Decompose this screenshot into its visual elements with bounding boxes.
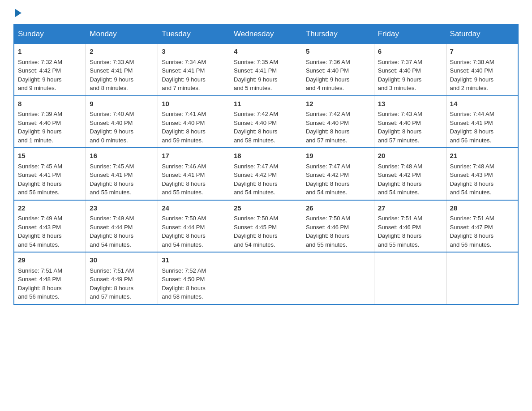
sunrise-text: Sunrise: 7:41 AM [162, 111, 206, 117]
sunset-text: Sunset: 4:48 PM [18, 276, 61, 283]
daylight-detail: and 58 minutes. [234, 137, 275, 144]
day-number: 15 [18, 151, 82, 161]
sunrise-text: Sunrise: 7:47 AM [306, 163, 350, 170]
calendar-cell [302, 252, 374, 304]
sunset-text: Sunset: 4:44 PM [162, 224, 205, 231]
daylight-detail: and 8 minutes. [90, 85, 128, 91]
daylight-detail: and 55 minutes. [306, 241, 348, 248]
sunrise-text: Sunrise: 7:42 AM [306, 111, 350, 117]
sunrise-text: Sunrise: 7:45 AM [90, 163, 134, 170]
daylight-detail: and 57 minutes. [378, 137, 420, 144]
sunrise-text: Sunrise: 7:51 AM [90, 267, 134, 274]
logo-chevron-icon [15, 9, 21, 17]
sunset-text: Sunset: 4:40 PM [234, 120, 277, 126]
calendar-cell: 10 Sunrise: 7:41 AM Sunset: 4:40 PM Dayl… [158, 96, 230, 148]
daylight-label: Daylight: 8 hours [234, 128, 278, 135]
sunset-text: Sunset: 4:41 PM [90, 171, 133, 178]
sunrise-text: Sunrise: 7:51 AM [18, 267, 62, 274]
daylight-label: Daylight: 9 hours [234, 76, 278, 83]
daylight-detail: and 55 minutes. [378, 241, 420, 248]
day-header-friday: Friday [374, 25, 446, 43]
page-header [13, 9, 519, 15]
daylight-detail: and 59 minutes. [162, 137, 203, 144]
day-number: 27 [378, 203, 442, 214]
daylight-label: Daylight: 9 hours [450, 76, 494, 83]
logo [13, 9, 21, 15]
sunset-text: Sunset: 4:41 PM [162, 67, 205, 74]
daylight-label: Daylight: 9 hours [90, 76, 133, 83]
sunrise-text: Sunrise: 7:44 AM [450, 111, 494, 117]
daylight-label: Daylight: 9 hours [306, 76, 350, 83]
calendar-cell: 19 Sunrise: 7:47 AM Sunset: 4:42 PM Dayl… [302, 148, 374, 200]
daylight-label: Daylight: 8 hours [162, 128, 206, 135]
sunrise-text: Sunrise: 7:51 AM [378, 215, 422, 222]
sunset-text: Sunset: 4:41 PM [234, 67, 277, 74]
daylight-detail: and 1 minute. [18, 137, 53, 144]
sunset-text: Sunset: 4:41 PM [450, 120, 493, 126]
daylight-label: Daylight: 8 hours [450, 180, 494, 187]
calendar-cell: 24 Sunrise: 7:50 AM Sunset: 4:44 PM Dayl… [158, 200, 230, 253]
daylight-detail: and 0 minutes. [90, 137, 128, 144]
daylight-label: Daylight: 9 hours [378, 76, 422, 83]
daylight-label: Daylight: 8 hours [90, 285, 133, 291]
day-number: 3 [162, 47, 226, 57]
calendar-cell: 16 Sunrise: 7:45 AM Sunset: 4:41 PM Dayl… [86, 148, 158, 200]
calendar-week-row: 15 Sunrise: 7:45 AM Sunset: 4:41 PM Dayl… [14, 148, 518, 200]
day-number: 6 [378, 47, 442, 57]
day-number: 28 [450, 203, 514, 214]
sunset-text: Sunset: 4:43 PM [18, 224, 61, 231]
day-number: 31 [162, 255, 226, 265]
day-number: 7 [450, 47, 514, 57]
day-number: 16 [90, 151, 154, 161]
daylight-detail: and 54 minutes. [450, 189, 492, 196]
calendar-cell: 22 Sunrise: 7:49 AM Sunset: 4:43 PM Dayl… [14, 200, 86, 253]
sunset-text: Sunset: 4:45 PM [234, 224, 277, 231]
sunrise-text: Sunrise: 7:49 AM [90, 215, 134, 222]
calendar-cell: 13 Sunrise: 7:43 AM Sunset: 4:40 PM Dayl… [374, 96, 446, 148]
daylight-detail: and 55 minutes. [90, 189, 131, 196]
day-number: 2 [90, 47, 154, 57]
daylight-label: Daylight: 8 hours [162, 285, 206, 291]
sunrise-text: Sunrise: 7:39 AM [18, 111, 62, 117]
calendar-cell: 18 Sunrise: 7:47 AM Sunset: 4:42 PM Dayl… [230, 148, 302, 200]
daylight-label: Daylight: 8 hours [162, 232, 206, 239]
day-header-thursday: Thursday [302, 25, 374, 43]
daylight-detail: and 56 minutes. [450, 241, 492, 248]
calendar-week-row: 8 Sunrise: 7:39 AM Sunset: 4:40 PM Dayli… [14, 96, 518, 148]
sunset-text: Sunset: 4:50 PM [162, 276, 205, 283]
calendar-cell: 20 Sunrise: 7:48 AM Sunset: 4:42 PM Dayl… [374, 148, 446, 200]
calendar-cell: 8 Sunrise: 7:39 AM Sunset: 4:40 PM Dayli… [14, 96, 86, 148]
day-number: 26 [306, 203, 370, 214]
sunrise-text: Sunrise: 7:36 AM [306, 59, 350, 65]
calendar-cell: 12 Sunrise: 7:42 AM Sunset: 4:40 PM Dayl… [302, 96, 374, 148]
sunrise-text: Sunrise: 7:42 AM [234, 111, 278, 117]
calendar-cell: 7 Sunrise: 7:38 AM Sunset: 4:40 PM Dayli… [446, 43, 518, 96]
daylight-detail: and 55 minutes. [162, 189, 203, 196]
day-number: 20 [378, 151, 442, 161]
calendar-cell: 23 Sunrise: 7:49 AM Sunset: 4:44 PM Dayl… [86, 200, 158, 253]
day-number: 12 [306, 99, 370, 109]
calendar-cell: 4 Sunrise: 7:35 AM Sunset: 4:41 PM Dayli… [230, 43, 302, 96]
daylight-label: Daylight: 8 hours [234, 180, 278, 187]
daylight-label: Daylight: 8 hours [306, 180, 350, 187]
daylight-detail: and 54 minutes. [378, 189, 420, 196]
day-header-tuesday: Tuesday [158, 25, 230, 43]
calendar-cell [374, 252, 446, 304]
sunset-text: Sunset: 4:47 PM [450, 224, 493, 231]
calendar-table: SundayMondayTuesdayWednesdayThursdayFrid… [13, 24, 519, 305]
sunrise-text: Sunrise: 7:32 AM [18, 59, 62, 65]
daylight-detail: and 54 minutes. [162, 241, 203, 248]
daylight-detail: and 54 minutes. [18, 241, 60, 248]
sunset-text: Sunset: 4:46 PM [378, 224, 421, 231]
daylight-label: Daylight: 9 hours [162, 76, 206, 83]
sunset-text: Sunset: 4:42 PM [378, 171, 421, 178]
calendar-cell: 25 Sunrise: 7:50 AM Sunset: 4:45 PM Dayl… [230, 200, 302, 253]
calendar-cell [230, 252, 302, 304]
calendar-cell: 17 Sunrise: 7:46 AM Sunset: 4:41 PM Dayl… [158, 148, 230, 200]
day-number: 25 [234, 203, 298, 214]
day-header-monday: Monday [86, 25, 158, 43]
sunrise-text: Sunrise: 7:35 AM [234, 59, 278, 65]
calendar-header-row: SundayMondayTuesdayWednesdayThursdayFrid… [14, 25, 518, 43]
calendar-cell: 29 Sunrise: 7:51 AM Sunset: 4:48 PM Dayl… [14, 252, 86, 304]
daylight-label: Daylight: 8 hours [378, 128, 422, 135]
